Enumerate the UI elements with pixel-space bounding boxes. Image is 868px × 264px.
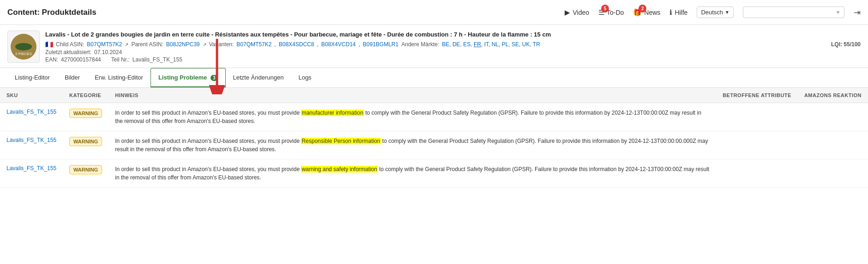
table-row: Lavalis_FS_TK_155 WARNING In order to se… [0,103,868,131]
nav-todo[interactable]: ☰ 5 To-Do [598,8,624,17]
tab-listing-editor[interactable]: Listing-Editor [7,68,57,87]
variant-link-1[interactable]: B07QMT57K2 [236,41,271,48]
product-thumbnail: 2 PIECES [10,33,37,61]
betroffene-cell-2 [716,131,798,160]
parent-asin-link[interactable]: B08J2NPC39 [166,41,200,48]
table-body: Lavalis_FS_TK_155 WARNING In order to se… [0,103,868,188]
betroffene-cell-1 [716,103,798,131]
market-se[interactable]: SE [512,41,519,48]
reaktion-cell-2 [798,131,868,160]
nav-news[interactable]: 🎁 2 News [633,8,660,17]
market-pl[interactable]: PL [502,41,509,48]
markets: BE, DE, ES, FR, IT, NL, PL, SE, UK, TR [442,41,540,48]
external-link-icon: ↗ [125,42,128,47]
tab-letzte-label: Letzte Änderungen [233,74,284,81]
nav-items: ▶ Video ☰ 5 To-Do 🎁 2 News ℹ Hilfe Deut [565,6,861,18]
hint-text-2: In order to sell this product in Amazon'… [115,138,708,153]
product-details: Lavalis - Lot de 2 grandes bougies de ja… [45,31,861,64]
ean-label: EAN: [45,56,58,63]
nav-video-label: Video [573,9,589,16]
country-flag: 🇫🇷 [45,41,53,48]
search-box: ▼ [743,6,844,18]
market-es[interactable]: ES [463,41,470,48]
table-header: SKU KATEGORIE HINWEIS BETROFFENE ATTRIBU… [0,88,868,103]
reaktion-cell-3 [798,160,868,188]
market-be[interactable]: BE [442,41,449,48]
product-title: Lavalis - Lot de 2 grandes bougies de ja… [45,31,861,39]
product-meta-line1: 🇫🇷 Child ASIN: B07QMT57K2 ↗ Parent ASIN:… [45,41,861,48]
hint-before-3: In order to sell this product in Amazon'… [115,166,301,172]
tab-listing-probleme-label: Listing Probleme [158,74,207,81]
video-icon: ▶ [565,8,570,17]
teilnr-value: Lavalis_FS_TK_155 [133,56,182,63]
header: Content: Produktdetails ▶ Video ☰ 5 To-D… [0,0,868,25]
market-uk[interactable]: UK [522,41,530,48]
lang-label: Deutsch [701,9,723,16]
chevron-down-icon: ▼ [836,10,840,15]
parent-asin-label: Parent ASIN: [131,41,163,48]
language-selector[interactable]: Deutsch ▼ [697,6,734,18]
other-markets-label: Andere Märkte: [401,41,439,48]
warning-badge-1: WARNING [69,109,102,118]
logout-button[interactable]: ⇥ [854,7,861,18]
logout-icon: ⇥ [854,7,861,18]
hint-highlight-2: Responsible Person information [301,138,380,144]
col-kategorie: KATEGORIE [63,88,108,103]
listing-probleme-badge: 3 [211,75,218,81]
lqi: LQI: 55/100 [831,41,861,48]
market-nl[interactable]: NL [492,41,499,48]
market-de[interactable]: DE [452,41,460,48]
warning-badge-2: WARNING [69,137,102,146]
external-link-icon2: ↗ [203,42,206,47]
kategorie-cell-1: WARNING [63,103,108,131]
search-input[interactable] [747,9,834,16]
sku-cell-1: Lavalis_FS_TK_155 [0,103,63,131]
teilnr-label: Teil Nr.: [111,56,130,63]
tab-letzte-aenderungen[interactable]: Letzte Änderungen [226,68,291,87]
variant-link-3[interactable]: B08X4VCD14 [321,41,356,48]
variant-link-2[interactable]: B08X4SDCC8 [279,41,314,48]
market-tr[interactable]: TR [533,41,540,48]
nav-hilfe[interactable]: ℹ Hilfe [669,8,687,17]
nav-hilfe-label: Hilfe [675,9,687,16]
svg-text:2 PIECES: 2 PIECES [15,52,32,56]
tab-listing-probleme[interactable]: Listing Probleme 3 [151,68,226,87]
zuletzt-label: Zuletzt aktualisiert: [45,49,91,55]
market-it[interactable]: IT [484,41,488,48]
tab-logs[interactable]: Logs [291,68,319,87]
market-fr[interactable]: FR [474,41,481,48]
child-asin-link[interactable]: B07QMT57K2 [87,41,122,48]
sku-cell-3: Lavalis_FS_TK_155 [0,160,63,188]
hint-before-2: In order to sell this product in Amazon'… [115,138,301,144]
tab-bilder[interactable]: Bilder [57,68,87,87]
hinweis-cell-1: In order to sell this product in Amazon'… [108,103,716,131]
warning-badge-3: WARNING [69,165,102,174]
varianten-label: Varianten: [209,41,234,48]
ean-value: 4270000157844 [61,56,101,63]
kategorie-cell-3: WARNING [63,160,108,188]
hinweis-cell-3: In order to sell this product in Amazon'… [108,160,716,188]
tab-erw-listing-editor[interactable]: Erw. Listing-Editor [87,68,151,87]
kategorie-cell-2: WARNING [63,131,108,160]
table-row: Lavalis_FS_TK_155 WARNING In order to se… [0,160,868,188]
child-asin-label: Child ASIN: [56,41,84,48]
tab-logs-label: Logs [298,74,311,81]
col-sku: SKU [0,88,63,103]
hint-highlight-3: warning and safety information [301,166,377,172]
zuletzt-value: 07.10.2024 [94,49,122,55]
page-title: Content: Produktdetails [7,8,96,17]
tabs: Listing-Editor Bilder Erw. Listing-Edito… [0,68,868,88]
hinweis-cell-2: In order to sell this product in Amazon'… [108,131,716,160]
product-meta-line3: EAN: 4270000157844 Teil Nr.: Lavalis_FS_… [45,56,861,63]
variant-link-4[interactable]: B091BGMLR1 [363,41,398,48]
svg-point-3 [15,43,32,50]
table-row: Lavalis_FS_TK_155 WARNING In order to se… [0,131,868,160]
reaktion-cell-1 [798,103,868,131]
chevron-down-icon: ▼ [725,10,729,15]
nav-video[interactable]: ▶ Video [565,8,589,17]
hint-text-1: In order to sell this product in Amazon'… [115,110,701,124]
product-image: 2 PIECES [7,31,40,63]
hint-text-3: In order to sell this product in Amazon'… [115,166,709,181]
nav-todo-label: To-Do [607,9,624,16]
tab-listing-editor-label: Listing-Editor [15,74,50,81]
